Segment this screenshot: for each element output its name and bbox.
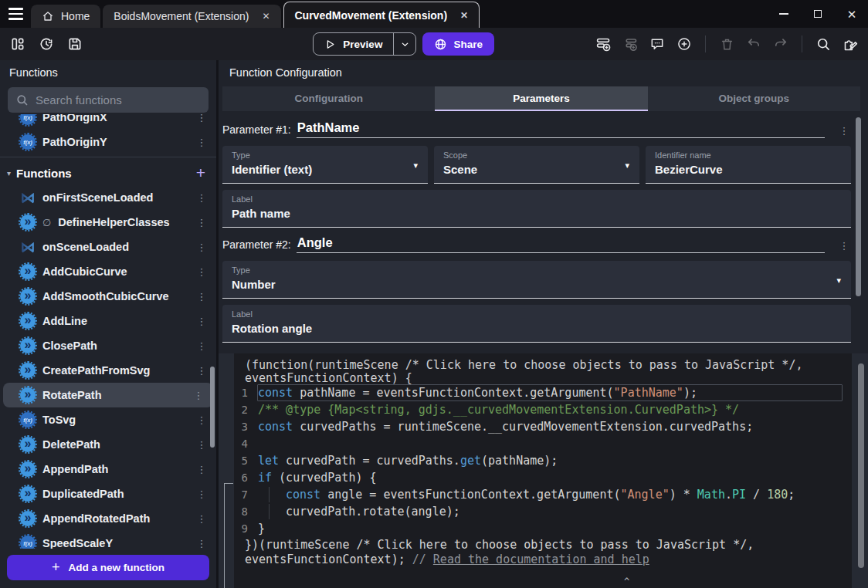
add-new-function-button[interactable]: + Add a new function bbox=[7, 555, 209, 580]
parameter-name-field[interactable]: PathName bbox=[297, 120, 825, 138]
field-label[interactable]: LabelPath name bbox=[222, 190, 851, 228]
code-line[interactable]: 1const pathName = eventsFunctionContext.… bbox=[234, 384, 852, 401]
function-configuration-panel: Function Configuration Configuration Par… bbox=[219, 60, 868, 588]
collapse-arrow-icon[interactable]: ▾ bbox=[7, 169, 11, 177]
function-item[interactable]: »DuplicatedPath⋮ bbox=[0, 482, 216, 506]
kebab-menu-icon[interactable]: ⋮ bbox=[195, 464, 209, 475]
parameter-name-field[interactable]: Angle bbox=[297, 235, 825, 253]
kebab-menu-icon[interactable]: ⋮ bbox=[195, 439, 209, 451]
redo-icon[interactable] bbox=[772, 35, 789, 52]
panels-layout-icon[interactable] bbox=[9, 35, 26, 52]
preview-dropdown-button[interactable] bbox=[394, 33, 415, 55]
tab-boidsmovement[interactable]: BoidsMovement (Extension) ✕ bbox=[103, 5, 280, 28]
close-window-button[interactable]: ✕ bbox=[846, 8, 857, 19]
save-icon[interactable] bbox=[66, 35, 83, 52]
kebab-menu-icon[interactable]: ⋮ bbox=[195, 538, 209, 549]
code-line[interactable]: 8curvedPath.rotate(angle); bbox=[234, 503, 852, 520]
tab-home[interactable]: Home bbox=[31, 5, 100, 28]
documentation-link[interactable]: Read the documentation and help bbox=[433, 553, 649, 566]
kebab-menu-icon[interactable]: ⋮ bbox=[195, 266, 209, 278]
function-item[interactable]: ⋈onFirstSceneLoaded⋮ bbox=[0, 185, 216, 210]
share-button[interactable]: Share bbox=[422, 32, 494, 56]
function-item[interactable]: f(x)ToSvg⋮ bbox=[0, 407, 216, 432]
search-functions-input[interactable] bbox=[36, 93, 190, 106]
minimize-button[interactable] bbox=[778, 8, 789, 19]
search-functions-box[interactable] bbox=[8, 87, 209, 113]
edit-extension-icon[interactable] bbox=[842, 35, 859, 52]
function-item[interactable]: »DeletePath⋮ bbox=[0, 432, 216, 457]
close-tab-icon[interactable]: ✕ bbox=[460, 10, 468, 21]
function-item[interactable]: »AddSmoothCubicCurve⋮ bbox=[0, 284, 216, 309]
add-event-icon[interactable] bbox=[595, 35, 612, 52]
kebab-menu-icon[interactable]: ⋮ bbox=[192, 390, 205, 401]
function-item[interactable]: ⋈onSceneLoaded⋮ bbox=[0, 235, 216, 259]
add-function-plus-icon[interactable]: + bbox=[196, 164, 205, 182]
kebab-menu-icon[interactable]: ⋮ bbox=[195, 488, 209, 500]
kebab-menu-icon[interactable]: ⋮ bbox=[837, 125, 851, 138]
trash-icon[interactable] bbox=[718, 35, 735, 52]
expand-panel-caret[interactable]: ^ bbox=[624, 576, 629, 587]
kebab-menu-icon[interactable]: ⋮ bbox=[195, 217, 209, 228]
field-type[interactable]: TypeNumber▾ bbox=[222, 261, 851, 299]
undo-icon[interactable] bbox=[745, 35, 762, 52]
add-subevent-icon[interactable] bbox=[622, 35, 639, 52]
code-line[interactable]: 5let curvedPath = curvedPaths.get(pathNa… bbox=[234, 452, 852, 469]
function-item[interactable]: »ClosePath⋮ bbox=[0, 333, 216, 358]
kebab-menu-icon[interactable]: ⋮ bbox=[195, 316, 209, 327]
comment-icon[interactable] bbox=[649, 35, 666, 52]
add-circle-icon[interactable] bbox=[676, 35, 693, 52]
field-type[interactable]: TypeIdentifier (text)▾ bbox=[222, 146, 428, 184]
dropdown-arrow-icon[interactable]: ▾ bbox=[836, 275, 841, 286]
tab-configuration[interactable]: Configuration bbox=[222, 86, 435, 111]
code-line[interactable]: 3const curvedPaths = runtimeScene.__curv… bbox=[234, 418, 852, 435]
function-item[interactable]: f(x)PathOriginX⋮ bbox=[0, 114, 216, 130]
function-item[interactable]: f(x)PathOriginY⋮ bbox=[0, 130, 216, 154]
kebab-menu-icon[interactable]: ⋮ bbox=[837, 240, 851, 253]
window-controls: ✕ bbox=[778, 0, 857, 28]
preview-button[interactable]: Preview bbox=[313, 32, 416, 56]
hamburger-menu-button[interactable] bbox=[0, 0, 31, 28]
tab-curvedmovement[interactable]: CurvedMovement (Extension) ✕ bbox=[283, 2, 480, 28]
javascript-code-editor[interactable]: (function(runtimeScene /* Click here to … bbox=[234, 353, 852, 588]
field-scope[interactable]: ScopeScene▾ bbox=[434, 146, 639, 184]
maximize-button[interactable] bbox=[812, 8, 823, 19]
kebab-menu-icon[interactable]: ⋮ bbox=[195, 513, 209, 525]
dropdown-arrow-icon[interactable]: ▾ bbox=[413, 161, 418, 171]
code-line[interactable]: 6if (curvedPath) { bbox=[234, 469, 852, 486]
tab-object-groups[interactable]: Object groups bbox=[648, 86, 860, 111]
function-item[interactable]: »CreatePathFromSvg⋮ bbox=[0, 358, 216, 383]
sidebar-scrollbar[interactable] bbox=[210, 367, 215, 448]
function-item[interactable]: f(x)SpeedScaleY⋮ bbox=[0, 531, 216, 549]
function-item[interactable]: »AppendPath⋮ bbox=[0, 457, 216, 482]
kebab-menu-icon[interactable]: ⋮ bbox=[195, 192, 209, 204]
function-item[interactable]: »∅DefineHelperClasses⋮ bbox=[0, 210, 216, 235]
kebab-menu-icon[interactable]: ⋮ bbox=[195, 242, 209, 253]
close-tab-icon[interactable]: ✕ bbox=[262, 11, 270, 22]
dropdown-arrow-icon[interactable]: ▾ bbox=[625, 161, 629, 171]
kebab-menu-icon[interactable]: ⋮ bbox=[195, 414, 209, 426]
kebab-menu-icon[interactable]: ⋮ bbox=[195, 365, 209, 377]
function-item[interactable]: »AddLine⋮ bbox=[0, 309, 216, 333]
tab-parameters[interactable]: Parameters bbox=[435, 86, 647, 111]
functions-section-header[interactable]: ▾Functions+ bbox=[0, 161, 216, 185]
code-line[interactable]: 9} bbox=[234, 520, 852, 537]
code-line[interactable]: 2/** @type {Map<string, gdjs.__curvedMov… bbox=[234, 401, 852, 418]
code-footer-line[interactable]: })(runtimeScene /* Click here to choose … bbox=[234, 539, 852, 552]
code-line[interactable]: 4 bbox=[234, 435, 852, 452]
kebab-menu-icon[interactable]: ⋮ bbox=[195, 291, 209, 302]
parameters-scrollbar[interactable] bbox=[856, 117, 861, 296]
kebab-menu-icon[interactable]: ⋮ bbox=[195, 340, 209, 352]
history-icon[interactable] bbox=[38, 35, 55, 52]
kebab-menu-icon[interactable]: ⋮ bbox=[195, 114, 209, 123]
code-editor-scrollbar[interactable] bbox=[858, 363, 864, 568]
line-number: 3 bbox=[234, 421, 257, 433]
code-header-line[interactable]: (function(runtimeScene /* Click here to … bbox=[234, 359, 852, 372]
function-item[interactable]: »AddCubicCurve⋮ bbox=[0, 259, 216, 284]
code-line[interactable]: 7const angle = eventsFunctionContext.get… bbox=[234, 486, 852, 503]
function-item[interactable]: »AppendRotatedPath⋮ bbox=[0, 506, 216, 531]
function-item[interactable]: »RotatePath⋮ bbox=[3, 383, 213, 407]
search-icon[interactable] bbox=[815, 35, 832, 52]
kebab-menu-icon[interactable]: ⋮ bbox=[195, 137, 209, 148]
field-label[interactable]: LabelRotation angle bbox=[222, 305, 851, 343]
field-identifier-name[interactable]: Identifier nameBezierCurve bbox=[646, 146, 851, 184]
